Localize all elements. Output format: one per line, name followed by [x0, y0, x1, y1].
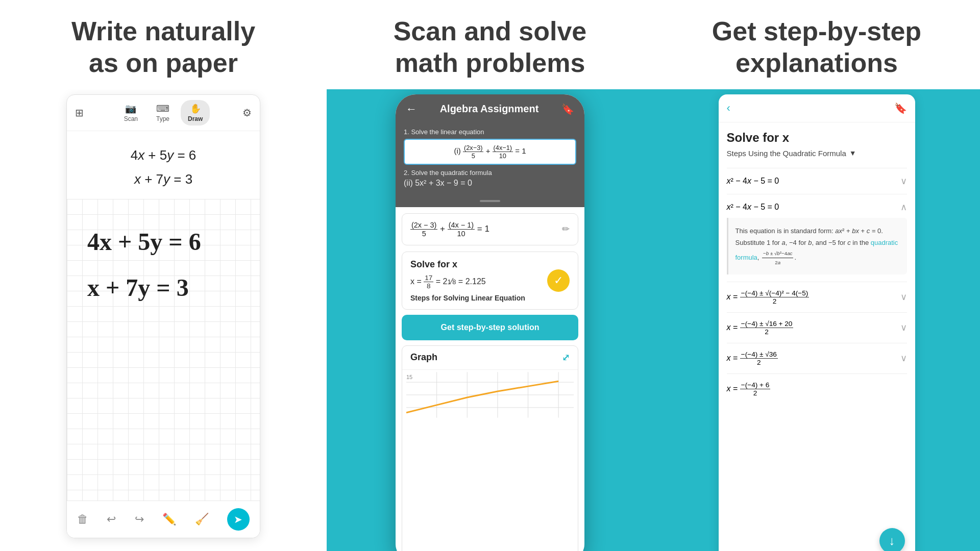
- steps-panel-wrapper: ‹ 🔖 Solve for x Steps Using the Quadrati…: [719, 94, 915, 551]
- step-6-header: x = −(−4) + 6 2: [727, 381, 907, 397]
- phone-mockup-left: ⊞ 📷 Scan ⌨ Type ✋ Draw ⚙ 4x + 5y = 6 x: [66, 94, 260, 538]
- method-label: Steps Using the Quadratic Formula: [727, 149, 846, 158]
- panel-center: ← Algebra Assignment 🔖 1. Solve the line…: [327, 89, 653, 551]
- expand-icon[interactable]: ⤢: [562, 352, 570, 363]
- check-badge: ✓: [547, 269, 570, 292]
- step-5: x = −(−4) ± √36 2 ∨: [727, 343, 907, 373]
- settings-icon[interactable]: ⚙: [242, 107, 252, 119]
- steps-back-button[interactable]: ‹: [727, 102, 730, 115]
- step-1: x² − 4x − 5 = 0 ∨: [727, 168, 907, 194]
- frac1: (2x−3) 5: [463, 144, 484, 160]
- steps-panel: ‹ 🔖 Solve for x Steps Using the Quadrati…: [719, 94, 915, 551]
- chevron-down-icon: ↓: [889, 534, 895, 548]
- eq-prefix: (i): [454, 146, 463, 155]
- headline-right-text: Get step-by-stepexplanations: [674, 15, 960, 79]
- frac2: (4x−1) 10: [493, 144, 513, 160]
- assignment-area: 1. Solve the linear equation (i) (2x−3) …: [396, 124, 584, 198]
- problem1-equation: (i) (2x−3) 5 + (4x−1) 10 = 1: [404, 139, 576, 165]
- graph-label: Graph: [410, 352, 437, 363]
- step-3: x = −(−4) ± √(−4)² − 4(−5) 2 ∨: [727, 282, 907, 312]
- headline-left: Write naturallyas on paper: [0, 15, 327, 79]
- draw-button[interactable]: ✋ Draw: [181, 100, 210, 126]
- phone-mockup-center: ← Algebra Assignment 🔖 1. Solve the line…: [396, 94, 584, 551]
- step-2: x² − 4x − 5 = 0 ∧ This equation is in st…: [727, 194, 907, 282]
- headline-left-text: Write naturallyas on paper: [20, 15, 306, 79]
- send-button[interactable]: ➤: [227, 508, 250, 531]
- svg-text:x + 7y = 3: x + 7y = 3: [87, 274, 189, 301]
- step-5-chevron-icon[interactable]: ∨: [900, 353, 907, 364]
- graph-svg: [406, 372, 574, 418]
- step-3-chevron-icon[interactable]: ∨: [900, 291, 907, 303]
- headline-center: Scan and solvemath problems: [327, 15, 653, 79]
- solve-result: x = 178 = 21⁄8 = 2.125: [410, 274, 570, 290]
- step-6-equation: x = −(−4) + 6 2: [727, 381, 771, 397]
- steps-label: Steps for Solving Linear Equation: [410, 294, 570, 302]
- toolbar: ⊞ 📷 Scan ⌨ Type ✋ Draw ⚙: [67, 95, 260, 131]
- step-4: x = −(−4) ± √16 + 20 2 ∨: [727, 312, 907, 343]
- step-5-header: x = −(−4) ± √36 2 ∨: [727, 350, 907, 366]
- step-2-header: x² − 4x − 5 = 0 ∧: [727, 202, 907, 213]
- type-label: Type: [156, 115, 169, 122]
- panel-left: ⊞ 📷 Scan ⌨ Type ✋ Draw ⚙ 4x + 5y = 6 x: [0, 89, 327, 551]
- solve-card: Solve for x x = 178 = 21⁄8 = 2.125 ✓ Ste…: [402, 252, 578, 310]
- drag-handle: [396, 198, 584, 207]
- handwritten-equations: 4x + 5y = 6 x + 7y = 3: [82, 209, 246, 332]
- type-icon: ⌨: [156, 103, 169, 114]
- problem1: 1. Solve the linear equation (i) (2x−3) …: [404, 128, 576, 165]
- scroll-down-button[interactable]: ↓: [879, 528, 905, 551]
- step-3-header: x = −(−4) ± √(−4)² − 4(−5) 2 ∨: [727, 289, 907, 305]
- scan-button[interactable]: 📷 Scan: [117, 100, 145, 126]
- problem2-equation: (ii) 5x² + 3x − 9 = 0: [404, 179, 576, 188]
- trash-icon[interactable]: 🗑: [77, 513, 88, 526]
- step-1-chevron-icon[interactable]: ∨: [900, 176, 907, 187]
- main-area: ⊞ 📷 Scan ⌨ Type ✋ Draw ⚙ 4x + 5y = 6 x: [0, 89, 980, 551]
- step-4-header: x = −(−4) ± √16 + 20 2 ∨: [727, 320, 907, 336]
- problem1-label: 1. Solve the linear equation: [404, 128, 576, 136]
- type-button[interactable]: ⌨ Type: [149, 100, 177, 126]
- undo-icon[interactable]: ↩: [107, 513, 116, 526]
- steps-header: ‹ 🔖: [719, 94, 915, 122]
- graph-card: Graph ⤢ 15: [402, 345, 578, 551]
- grid-canvas: 4x + 5y = 6 x + 7y = 3: [67, 199, 260, 500]
- steps-method-row: Steps Using the Quadratic Formula ▼: [727, 149, 907, 158]
- drag-bar: [480, 200, 500, 202]
- panel-right: ‹ 🔖 Solve for x Steps Using the Quadrati…: [653, 89, 980, 551]
- scan-icon: 📷: [125, 103, 136, 114]
- grid-icon: ⊞: [75, 107, 84, 119]
- quadratic-formula-link[interactable]: quadratic formula: [736, 239, 898, 261]
- back-button[interactable]: ←: [406, 103, 417, 116]
- problem2-label: 2. Solve the quadratic formula: [404, 169, 576, 177]
- steps-bookmark-icon[interactable]: 🔖: [894, 102, 907, 114]
- pencil-icon[interactable]: ✏️: [162, 513, 176, 526]
- graph-area: 15: [402, 369, 578, 420]
- dropdown-arrow-icon[interactable]: ▼: [849, 149, 856, 157]
- headline-right: Get step-by-stepexplanations: [653, 15, 980, 79]
- step-4-equation: x = −(−4) ± √16 + 20 2: [727, 320, 794, 336]
- cta-button[interactable]: Get step-by-step solution: [402, 315, 578, 340]
- scan-label: Scan: [124, 115, 138, 122]
- edit-icon[interactable]: ✏: [562, 223, 570, 235]
- eraser-icon[interactable]: 🧹: [195, 513, 209, 526]
- svg-text:4x + 5y = 6: 4x + 5y = 6: [87, 228, 201, 255]
- step-2-equation: x² − 4x − 5 = 0: [727, 203, 779, 212]
- solve-card-title: Solve for x: [410, 259, 570, 270]
- graph-y-label: 15: [406, 374, 412, 380]
- step-3-equation: x = −(−4) ± √(−4)² − 4(−5) 2: [727, 289, 810, 305]
- step-5-equation: x = −(−4) ± √36 2: [727, 350, 778, 366]
- equation-display: 4x + 5y = 6 x + 7y = 3: [67, 131, 260, 199]
- draw-label: Draw: [188, 115, 203, 122]
- assignment-title: Algebra Assignment: [423, 103, 555, 115]
- draw-icon: ✋: [190, 103, 201, 114]
- bookmark-icon[interactable]: 🔖: [561, 103, 574, 115]
- redo-icon[interactable]: ↪: [135, 513, 144, 526]
- step-2-chevron-icon[interactable]: ∧: [900, 202, 907, 213]
- steps-content: Solve for x Steps Using the Quadratic Fo…: [719, 122, 915, 551]
- equation2-typed: x + 7y = 3: [82, 167, 244, 191]
- step-4-chevron-icon[interactable]: ∨: [900, 322, 907, 333]
- center-content: (2x − 3) 5 + (4x − 1) 10 = 1 ✏ Sol: [396, 207, 584, 551]
- steps-main-title: Solve for x: [727, 131, 907, 145]
- send-icon: ➤: [234, 513, 242, 525]
- step-1-header: x² − 4x − 5 = 0 ∨: [727, 176, 907, 187]
- headlines-row: Write naturallyas on paper Scan and solv…: [0, 0, 980, 89]
- headline-center-text: Scan and solvemath problems: [347, 15, 633, 79]
